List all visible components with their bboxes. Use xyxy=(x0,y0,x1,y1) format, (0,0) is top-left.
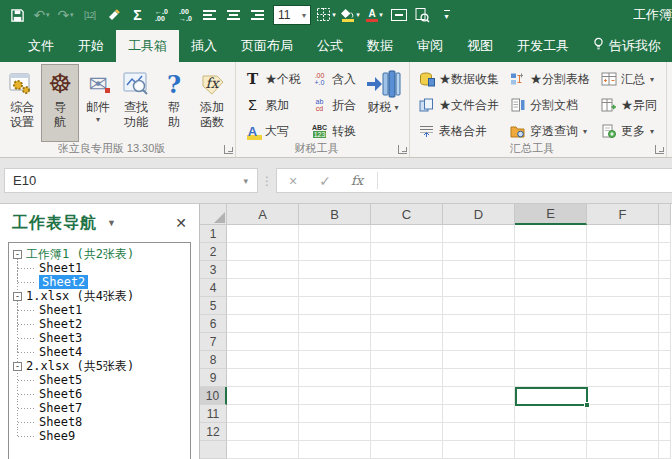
grid-cell[interactable] xyxy=(443,225,515,243)
decrease-decimal-icon[interactable]: .00→.0 xyxy=(174,4,197,26)
add-function-button[interactable]: fx添加函数 xyxy=(193,64,231,142)
tree-item-sheet[interactable]: Sheet6 xyxy=(9,387,190,401)
qat-customize-icon[interactable]: ▾ xyxy=(435,4,458,26)
tab-developer[interactable]: 开发工具 xyxy=(505,30,581,62)
dialog-launcher-icon[interactable] xyxy=(224,145,233,154)
grid-cell[interactable] xyxy=(515,423,587,441)
comprehensive-settings-button[interactable]: 综合设置 xyxy=(3,64,41,142)
chevron-down-icon[interactable]: ▾ xyxy=(234,176,257,186)
grid-cell[interactable] xyxy=(587,423,659,441)
grid-cell[interactable] xyxy=(587,297,659,315)
grid-cell[interactable] xyxy=(299,387,371,405)
cell-style-icon[interactable]: [12] xyxy=(78,4,101,26)
navigation-button[interactable]: ☸导航 xyxy=(41,64,79,142)
grid-cell[interactable] xyxy=(227,387,299,405)
difference-button[interactable]: ★异同 xyxy=(595,92,662,118)
grid-cell[interactable] xyxy=(515,225,587,243)
tab-data[interactable]: 数据 xyxy=(355,30,405,62)
row-header-2[interactable]: 2 xyxy=(200,243,227,261)
grid-cell[interactable] xyxy=(371,243,443,261)
grid-cell[interactable] xyxy=(515,279,587,297)
grid-cell[interactable] xyxy=(587,333,659,351)
grid-cell[interactable] xyxy=(443,441,515,459)
row-header-1[interactable]: 1 xyxy=(200,225,227,243)
row-header-12[interactable]: 12 xyxy=(200,423,227,441)
grid-cell[interactable] xyxy=(227,441,299,459)
grid-cell[interactable] xyxy=(515,369,587,387)
tab-insert[interactable]: 插入 xyxy=(179,30,229,62)
row-header-4[interactable]: 4 xyxy=(200,279,227,297)
tree-item-workbook[interactable]: -工作簿1 (共2张表) xyxy=(9,247,190,261)
column-header-D[interactable]: D xyxy=(443,204,515,225)
row-header-7[interactable]: 7 xyxy=(200,333,227,351)
chevron-down-icon[interactable]: ▾ xyxy=(302,11,306,20)
grid-cell[interactable] xyxy=(587,261,659,279)
data-collect-button[interactable]: ★数据收集 xyxy=(413,66,504,92)
grid-cell[interactable] xyxy=(299,297,371,315)
grid-cell[interactable] xyxy=(371,297,443,315)
grid-cell[interactable] xyxy=(299,441,371,459)
name-box[interactable]: E10 ▾ xyxy=(4,168,258,193)
tree-item-sheet[interactable]: Shee9 xyxy=(9,429,190,443)
grid-cell[interactable] xyxy=(659,369,671,387)
tree-item-sheet[interactable]: Sheet2 xyxy=(9,317,190,331)
grid-cell[interactable] xyxy=(443,243,515,261)
row-header-6[interactable]: 6 xyxy=(200,315,227,333)
grid-cell[interactable] xyxy=(659,405,671,423)
grid-cell[interactable] xyxy=(227,243,299,261)
grid-cell[interactable] xyxy=(227,261,299,279)
file-merge-button[interactable]: ★文件合并 xyxy=(413,92,504,118)
grid-cell[interactable] xyxy=(659,243,671,261)
grid-cell[interactable] xyxy=(587,405,659,423)
align-center-icon[interactable] xyxy=(222,4,245,26)
grid-cell[interactable] xyxy=(371,423,443,441)
grid-cell[interactable] xyxy=(443,369,515,387)
font-size-box[interactable]: 11▾ xyxy=(273,5,311,25)
find-function-button[interactable]: 查找功能 xyxy=(117,64,155,142)
grid-cell[interactable] xyxy=(227,423,299,441)
split-table-button[interactable]: ★分割表格 xyxy=(504,66,595,92)
grid-cell[interactable] xyxy=(299,243,371,261)
grid-cell[interactable] xyxy=(371,261,443,279)
column-header-F[interactable]: F xyxy=(587,204,659,225)
grid-cell[interactable] xyxy=(515,387,587,405)
collapse-icon[interactable]: - xyxy=(13,362,22,371)
grid-cell[interactable] xyxy=(299,261,371,279)
grid-cell[interactable] xyxy=(659,297,671,315)
row-header-9[interactable]: 9 xyxy=(200,369,227,387)
tree-item-sheet[interactable]: Sheet1 xyxy=(9,303,190,317)
grid-cell[interactable] xyxy=(515,351,587,369)
grid-cell[interactable] xyxy=(587,279,659,297)
finance-tax-button[interactable]: 财税▾ xyxy=(361,64,405,142)
personal-tax-button[interactable]: T★个税 xyxy=(239,66,306,92)
align-right-icon[interactable] xyxy=(246,4,269,26)
grid-cell[interactable] xyxy=(587,369,659,387)
collapse-icon[interactable]: - xyxy=(13,250,22,259)
grid-cell[interactable] xyxy=(515,243,587,261)
column-header-E[interactable]: E xyxy=(515,204,587,225)
tab-file[interactable]: 文件 xyxy=(16,30,66,62)
enter-icon[interactable]: ✓ xyxy=(309,173,341,189)
cancel-icon[interactable]: × xyxy=(277,173,309,189)
row-header-11[interactable]: 11 xyxy=(200,405,227,423)
row-header-10[interactable]: 10 xyxy=(200,387,227,405)
select-all-corner[interactable] xyxy=(200,204,227,225)
tree-item-workbook[interactable]: -2.xlsx (共5张表) xyxy=(9,359,190,373)
grid-cell[interactable] xyxy=(371,405,443,423)
grid-cell[interactable] xyxy=(227,315,299,333)
grid-cell[interactable] xyxy=(659,333,671,351)
exchange-button[interactable]: abcd折合 xyxy=(306,92,361,118)
dialog-launcher-icon[interactable] xyxy=(398,145,407,154)
grid-cell[interactable] xyxy=(443,261,515,279)
grid-cell[interactable] xyxy=(659,351,671,369)
grid-cell[interactable] xyxy=(227,333,299,351)
font-color-icon[interactable]: A▾ xyxy=(363,4,386,26)
grid-cell[interactable] xyxy=(515,261,587,279)
grid-cell[interactable] xyxy=(515,297,587,315)
grid-cell[interactable] xyxy=(371,441,443,459)
tab-page-layout[interactable]: 页面布局 xyxy=(229,30,305,62)
grid-cell[interactable] xyxy=(371,387,443,405)
grid-cell[interactable] xyxy=(299,225,371,243)
grid-cell[interactable] xyxy=(371,351,443,369)
row-header-5[interactable]: 5 xyxy=(200,297,227,315)
